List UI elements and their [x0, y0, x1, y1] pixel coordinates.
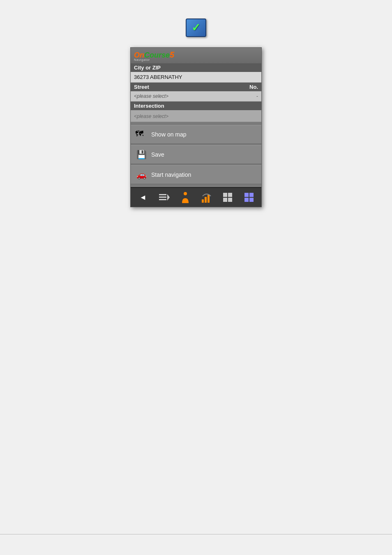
start-navigation-icon: [135, 169, 148, 180]
back-button[interactable]: ◄: [135, 190, 151, 204]
checkmark-box: [186, 18, 206, 37]
show-on-map-icon: [135, 129, 148, 140]
svg-rect-9: [228, 193, 232, 197]
svg-rect-2: [159, 199, 166, 200]
app-window: OnCourse5 Navigator City or ZIP 36273 AB…: [130, 47, 262, 207]
intersection-label: Intersection: [131, 102, 261, 110]
svg-rect-14: [244, 198, 249, 202]
logo-version: 5: [170, 50, 174, 59]
street-label: Street: [134, 84, 249, 90]
settings-button[interactable]: [241, 190, 257, 204]
street-header: Street No.: [131, 83, 261, 91]
grid-button[interactable]: [219, 190, 236, 204]
city-value[interactable]: 36273 ABERNATHY: [131, 72, 261, 83]
svg-rect-0: [159, 194, 166, 195]
street-select-row[interactable]: <please select> -: [131, 91, 261, 102]
bottom-toolbar: ◄: [131, 187, 261, 207]
action-buttons: Show on map Save Start navigation: [131, 123, 261, 187]
svg-rect-8: [223, 193, 227, 197]
svg-rect-13: [249, 193, 254, 197]
grid-icon: [222, 192, 233, 203]
page-divider: [0, 534, 392, 534]
city-label: City or ZIP: [131, 63, 261, 72]
no-label: No.: [249, 84, 258, 90]
person-icon: [180, 192, 191, 203]
save-icon: [135, 149, 148, 160]
save-button[interactable]: Save: [131, 145, 261, 164]
svg-rect-7: [208, 195, 210, 203]
svg-point-4: [184, 192, 187, 195]
settings-icon: [244, 192, 254, 203]
menu-icon: [158, 192, 170, 202]
signal-button[interactable]: [198, 190, 215, 204]
save-label: Save: [151, 151, 164, 158]
svg-rect-11: [228, 198, 232, 202]
app-header: OnCourse5 Navigator: [131, 48, 261, 63]
checkmark-icon: [184, 16, 208, 39]
start-navigation-label: Start navigation: [151, 171, 191, 178]
street-select-text: <please select>: [134, 93, 255, 99]
person-button[interactable]: [177, 190, 194, 204]
signal-icon: [201, 192, 212, 203]
svg-rect-15: [249, 198, 254, 202]
form-area: City or ZIP 36273 ABERNATHY Street No. <…: [131, 63, 261, 123]
menu-button[interactable]: [156, 190, 172, 204]
intersection-select-row[interactable]: <please select>: [131, 110, 261, 122]
svg-rect-5: [202, 199, 204, 203]
no-dash: -: [255, 93, 258, 99]
svg-rect-12: [244, 193, 249, 197]
svg-rect-6: [205, 197, 207, 203]
back-icon: ◄: [139, 193, 147, 202]
start-navigation-button[interactable]: Start navigation: [131, 165, 261, 184]
show-on-map-label: Show on map: [151, 131, 187, 138]
svg-rect-10: [223, 198, 227, 202]
svg-marker-3: [167, 194, 170, 201]
svg-rect-1: [159, 197, 166, 198]
logo: OnCourse5 Navigator: [134, 50, 174, 62]
show-on-map-button[interactable]: Show on map: [131, 125, 261, 144]
intersection-select-text: <please select>: [134, 113, 168, 119]
